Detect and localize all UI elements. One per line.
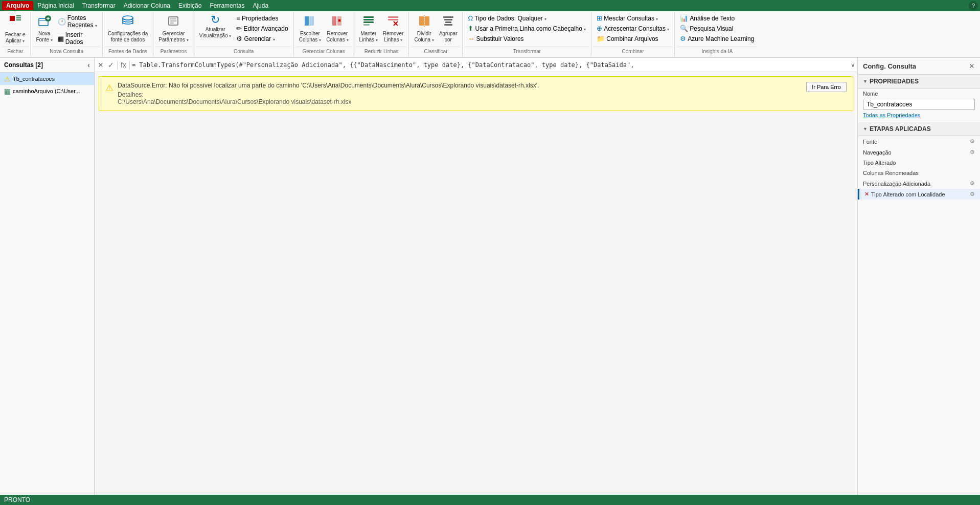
menu-bar: Arquivo Página Inicial Transformar Adici… [0, 0, 980, 11]
mesclar-consultas-button[interactable]: ⊞ Mesclar Consultas ▾ [595, 13, 671, 23]
combinar-arquivos-button[interactable]: 📁 Combinar Arquivos [595, 34, 671, 43]
tipo-dados-button[interactable]: Ω Tipo de Dados: Qualquer ▾ [466, 13, 588, 23]
azure-ml-button[interactable]: ⚙ Azure Machine Learning [678, 34, 756, 43]
inserir-dados-button[interactable]: ▦ InserirDados [56, 30, 99, 47]
svg-rect-37 [444, 24, 452, 26]
svg-rect-28 [388, 19, 398, 20]
manter-linhas-button[interactable]: ManterLinhas ▾ [357, 13, 380, 44]
step-personalizacao-gear-icon[interactable]: ⚙ [970, 180, 975, 187]
config-fonte-button[interactable]: Configurações dafonte de dados [106, 13, 150, 44]
svg-rect-19 [332, 16, 336, 26]
query-item-caminho-arquivo[interactable]: ▦ caminhoArquivo (C:\User... [0, 85, 94, 97]
ribbon-group-transformar: Ω Tipo de Dados: Qualquer ▾ ⬆ Usar a Pri… [463, 12, 591, 56]
query-name-caminho: caminhoArquivo (C:\User... [13, 88, 80, 94]
remover-colunas-button[interactable]: RemoverColunas ▾ [324, 13, 350, 44]
ribbon-group-transformar-label: Transformar [465, 47, 589, 55]
ribbon-group-fechar: Fechar eAplicar ▾ Fechar [0, 12, 31, 56]
main-container: Consultas [2] ‹ ⚠ Tb_contratacoes ▦ cami… [0, 58, 980, 495]
ribbon-group-combinar-label: Combinar [594, 47, 672, 55]
sidebar-collapse-button[interactable]: ‹ [87, 61, 90, 69]
gerenciar-params-button[interactable]: GerenciarParâmetros ▾ [156, 13, 190, 44]
propriedades-button[interactable]: ≡ Propriedades [234, 13, 290, 23]
query-name-tb: Tb_contratacoes [13, 76, 55, 82]
properties-section-header[interactable]: ▼ PROPRIEDADES [858, 75, 980, 89]
menu-pagina-inicial[interactable]: Página Inicial [33, 1, 78, 10]
step-navegacao-gear-icon[interactable]: ⚙ [970, 149, 975, 156]
svg-rect-0 [10, 16, 15, 21]
svg-rect-35 [444, 19, 452, 20]
azure-ml-label: Azure Machine Learning [688, 35, 754, 42]
ribbon-group-nova-consulta-label: Nova Consulta [33, 47, 100, 55]
step-fonte-gear-icon[interactable]: ⚙ [970, 138, 975, 145]
applied-steps-chevron-icon: ▼ [863, 126, 868, 131]
step-navegacao[interactable]: Navegação ⚙ [858, 147, 980, 158]
menu-exibicao[interactable]: Exibição [174, 1, 206, 10]
svg-rect-16 [305, 16, 309, 26]
sidebar: Consultas [2] ‹ ⚠ Tb_contratacoes ▦ cami… [0, 58, 95, 495]
ribbon-group-fontes-label: Fontes de Dados [105, 47, 151, 55]
query-name-input[interactable] [863, 99, 975, 110]
properties-section-label: PROPRIEDADES [870, 78, 919, 85]
error-title: DataSource.Error: Não foi possível local… [118, 82, 802, 89]
gerenciar-button[interactable]: ⚙ Gerenciar ▾ [234, 34, 290, 43]
ribbon-group-params: GerenciarParâmetros ▾ Parâmetros [153, 12, 194, 56]
menu-transformar[interactable]: Transformar [78, 1, 120, 10]
formula-expand-button[interactable]: ∨ [851, 61, 855, 69]
atualizar-viz-button[interactable]: ↻ AtualizarVisualização ▾ [197, 13, 234, 40]
formula-input[interactable] [132, 61, 849, 69]
svg-rect-23 [363, 16, 374, 18]
error-panel: ⚠ DataSource.Error: Não foi possível loc… [99, 76, 853, 111]
menu-arquivo[interactable]: Arquivo [2, 1, 33, 10]
agrupar-por-button[interactable]: Agruparpor [437, 13, 460, 44]
right-panel: Config. Consulta ✕ ▼ PROPRIEDADES Nome T… [857, 58, 980, 495]
dividir-coluna-button[interactable]: DividirColuna ▾ [412, 13, 436, 44]
menu-ferramentas[interactable]: Ferramentas [206, 1, 248, 10]
step-tipo-alterado-localidade[interactable]: ✕ Tipo Alterado com Localidade ⚙ [858, 189, 980, 200]
analise-texto-button[interactable]: 📊 Análise de Texto [678, 13, 756, 23]
ribbon-group-consulta-label: Consulta [196, 47, 291, 55]
fechar-aplicar-button[interactable]: Fechar eAplicar ▾ [3, 13, 27, 45]
acrescentar-consultas-button[interactable]: ⊕ Acrescentar Consultas ▾ [595, 24, 671, 33]
remover-linhas-button[interactable]: RemoverLinhas ▾ [381, 13, 406, 44]
error-details-label: Detalhes: C:\Users\Ana\Documents\Documen… [118, 91, 802, 105]
warning-icon: ⚠ [4, 75, 11, 83]
escolher-colunas-button[interactable]: EscolherColunas ▾ [297, 13, 323, 44]
step-fonte[interactable]: Fonte ⚙ [858, 136, 980, 147]
error-content: DataSource.Error: Não foi possível local… [118, 82, 802, 105]
step-personalizacao-adicionada[interactable]: Personalização Adicionada ⚙ [858, 178, 980, 189]
ribbon-group-classificar: DividirColuna ▾ Agruparpor Classificar [409, 12, 463, 56]
all-properties-link[interactable]: Todas as Propriedades [858, 111, 980, 119]
nova-fonte-button[interactable]: NovaFonte ▾ [34, 13, 54, 44]
menu-ajuda[interactable]: Ajuda [248, 1, 272, 10]
sidebar-header: Consultas [2] ‹ [0, 58, 94, 73]
svg-rect-31 [419, 16, 424, 26]
editor-avancado-button[interactable]: ✏ Editor Avançado [234, 24, 290, 33]
right-panel-close-button[interactable]: ✕ [969, 62, 975, 70]
ribbon-group-fontes: Configurações dafonte de dados Fontes de… [103, 12, 153, 56]
formula-cancel-button[interactable]: ✕ [97, 60, 105, 70]
status-text: PRONTO [4, 496, 30, 503]
applied-steps-section-header[interactable]: ▼ ETAPAS APLICADAS [858, 122, 980, 136]
ribbon-group-gerenciar-colunas: EscolherColunas ▾ RemoverColunas ▾ Geren… [294, 12, 354, 56]
svg-rect-27 [388, 16, 398, 18]
go-to-error-button[interactable]: Ir Para Erro [806, 82, 847, 92]
right-panel-header: Config. Consulta ✕ [858, 58, 980, 75]
step-colunas-renomeadas[interactable]: Colunas Renomeadas [858, 168, 980, 178]
step-tipo-alterado[interactable]: Tipo Alterado [858, 158, 980, 168]
ribbon-group-reduzir-linhas-label: Reduzir Linhas [356, 47, 407, 55]
formula-confirm-button[interactable]: ✓ [107, 60, 115, 70]
ribbon-group-insights: 📊 Análise de Texto 🔍 Pesquisa Visual ⚙ A… [675, 12, 759, 56]
error-details-path: C:\Users\Ana\Documents\Documents\Alura\C… [118, 98, 352, 105]
pesquisa-visual-button[interactable]: 🔍 Pesquisa Visual [678, 24, 756, 33]
fontes-recentes-button[interactable]: 🕐 FontesRecentes ▾ [56, 13, 99, 30]
query-item-tb-contratacoes[interactable]: ⚠ Tb_contratacoes [0, 73, 94, 85]
primeira-linha-button[interactable]: ⬆ Usar a Primeira Linha como Cabeçalho ▾ [466, 24, 588, 33]
ribbon-group-nova-consulta: NovaFonte ▾ 🕐 FontesRecentes ▾ ▦ Inserir… [31, 12, 102, 56]
ribbon-group-insights-label: Insights da IA [677, 47, 757, 55]
help-button[interactable]: ? [969, 1, 978, 10]
ribbon-group-reduzir-linhas: ManterLinhas ▾ RemoverLinhas ▾ Reduzir L… [354, 12, 409, 56]
step-tipo-alterado-localidade-gear-icon[interactable]: ⚙ [970, 191, 975, 197]
ribbon: Fechar eAplicar ▾ Fechar NovaFonte ▾ [0, 11, 980, 58]
menu-adicionar-coluna[interactable]: Adicionar Coluna [120, 1, 174, 10]
substituir-valores-button[interactable]: ↔ Substituir Valores [466, 34, 588, 43]
